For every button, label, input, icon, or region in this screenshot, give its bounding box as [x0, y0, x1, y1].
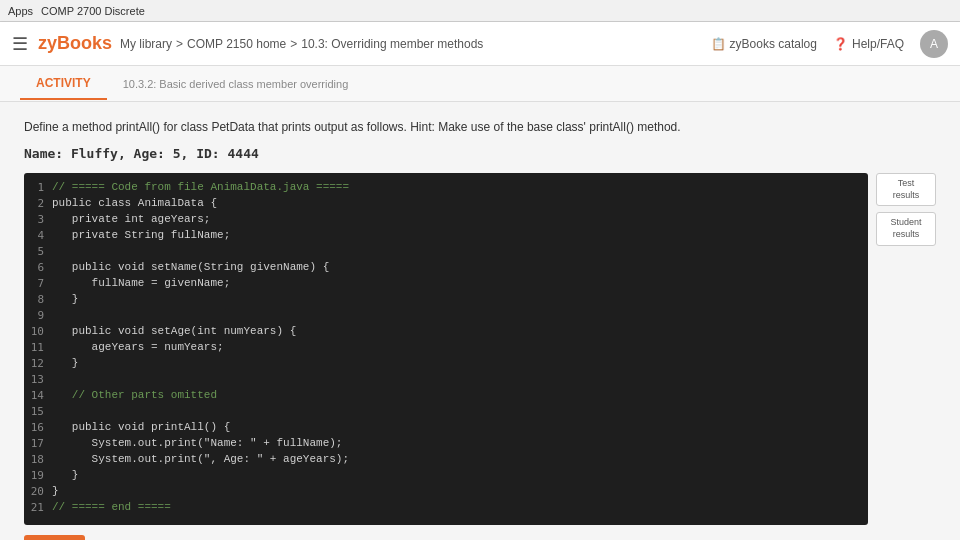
line-code: // ===== end ===== — [52, 501, 171, 513]
breadcrumb-separator-1: > — [176, 37, 183, 51]
catalog-label: zyBooks catalog — [730, 37, 817, 51]
line-number: 11 — [24, 341, 52, 354]
line-number: 6 — [24, 261, 52, 274]
help-label: Help/FAQ — [852, 37, 904, 51]
line-number: 17 — [24, 437, 52, 450]
line-number: 16 — [24, 421, 52, 434]
breadcrumb-comp-home[interactable]: COMP 2150 home — [187, 37, 286, 51]
menu-icon[interactable]: ☰ — [12, 33, 28, 55]
code-line: 16 public void printAll() { — [24, 421, 868, 437]
line-number: 14 — [24, 389, 52, 402]
line-code: public class AnimalData { — [52, 197, 217, 209]
line-number: 18 — [24, 453, 52, 466]
line-code: // Other parts omitted — [52, 389, 217, 401]
breadcrumb-separator-2: > — [290, 37, 297, 51]
code-line: 5 — [24, 245, 868, 261]
line-number: 9 — [24, 309, 52, 322]
code-line: 1// ===== Code from file AnimalData.java… — [24, 181, 868, 197]
zybooks-logo: zyBooks — [38, 33, 112, 54]
line-number: 5 — [24, 245, 52, 258]
catalog-icon: 📋 — [711, 37, 726, 51]
line-number: 10 — [24, 325, 52, 338]
line-code: public void setAge(int numYears) { — [52, 325, 296, 337]
line-number: 1 — [24, 181, 52, 194]
line-number: 12 — [24, 357, 52, 370]
line-number: 21 — [24, 501, 52, 514]
code-line: 21// ===== end ===== — [24, 501, 868, 517]
code-line: 6 public void setName(String givenName) … — [24, 261, 868, 277]
code-line: 4 private String fullName; — [24, 229, 868, 245]
line-code: private String fullName; — [52, 229, 230, 241]
line-code: ageYears = numYears; — [52, 341, 224, 353]
line-number: 19 — [24, 469, 52, 482]
line-number: 4 — [24, 229, 52, 242]
code-line: 8 } — [24, 293, 868, 309]
line-number: 2 — [24, 197, 52, 210]
code-line: 14 // Other parts omitted — [24, 389, 868, 405]
activity-tab[interactable]: ACTIVITY — [20, 68, 107, 100]
line-number: 15 — [24, 405, 52, 418]
line-code: } — [52, 293, 78, 305]
line-code: System.out.print("Name: " + fullName); — [52, 437, 342, 449]
line-code: } — [52, 469, 78, 481]
header-right: 📋 zyBooks catalog ❓ Help/FAQ A — [711, 30, 948, 58]
code-line: 10 public void setAge(int numYears) { — [24, 325, 868, 341]
help-button[interactable]: ❓ Help/FAQ — [833, 37, 904, 51]
code-line: 15 — [24, 405, 868, 421]
code-line: 18 System.out.print(", Age: " + ageYears… — [24, 453, 868, 469]
line-number: 7 — [24, 277, 52, 290]
instruction-text: Define a method printAll() for class Pet… — [24, 118, 936, 136]
student-results-button[interactable]: Studentresults — [876, 212, 936, 245]
code-line: 17 System.out.print("Name: " + fullName)… — [24, 437, 868, 453]
line-number: 8 — [24, 293, 52, 306]
code-line: 3 private int ageYears; — [24, 213, 868, 229]
line-code: // ===== Code from file AnimalData.java … — [52, 181, 349, 193]
line-code: System.out.print(", Age: " + ageYears); — [52, 453, 349, 465]
line-number: 13 — [24, 373, 52, 386]
test-results-button[interactable]: Testresults — [876, 173, 936, 206]
line-code: public void setName(String givenName) { — [52, 261, 329, 273]
activity-bar: ACTIVITY 10.3.2: Basic derived class mem… — [0, 66, 960, 102]
help-icon: ❓ — [833, 37, 848, 51]
section-label: 10.3.2: Basic derived class member overr… — [123, 70, 349, 98]
code-editor[interactable]: 1// ===== Code from file AnimalData.java… — [24, 173, 868, 525]
zybooks-catalog-button[interactable]: 📋 zyBooks catalog — [711, 37, 817, 51]
line-number: 3 — [24, 213, 52, 226]
code-lines-container: 1// ===== Code from file AnimalData.java… — [24, 181, 868, 517]
line-code: } — [52, 485, 59, 497]
code-line: 12 } — [24, 357, 868, 373]
user-avatar[interactable]: A — [920, 30, 948, 58]
code-area-wrapper: 1// ===== Code from file AnimalData.java… — [24, 173, 936, 525]
breadcrumb-my-library[interactable]: My library — [120, 37, 172, 51]
line-code: private int ageYears; — [52, 213, 210, 225]
line-code: public void printAll() { — [52, 421, 230, 433]
run-button[interactable]: Run — [24, 535, 85, 540]
output-display: Name: Fluffy, Age: 5, ID: 4444 — [24, 146, 936, 161]
run-section: Run Feedback? — [24, 535, 936, 540]
browser-tab-bar: Apps COMP 2700 Discrete — [0, 0, 960, 22]
code-line: 7 fullName = givenName; — [24, 277, 868, 293]
tab-title[interactable]: COMP 2700 Discrete — [41, 5, 145, 17]
code-line: 11 ageYears = numYears; — [24, 341, 868, 357]
code-line: 13 — [24, 373, 868, 389]
app-header: ☰ zyBooks My library > COMP 2150 home > … — [0, 22, 960, 66]
code-line: 2public class AnimalData { — [24, 197, 868, 213]
side-buttons: Testresults Studentresults — [876, 173, 936, 525]
code-line: 9 — [24, 309, 868, 325]
breadcrumb-section: 10.3: Overriding member methods — [301, 37, 483, 51]
code-line: 20} — [24, 485, 868, 501]
apps-label: Apps — [8, 5, 33, 17]
line-code: fullName = givenName; — [52, 277, 230, 289]
line-number: 20 — [24, 485, 52, 498]
main-content: Define a method printAll() for class Pet… — [0, 102, 960, 540]
line-code: } — [52, 357, 78, 369]
code-line: 19 } — [24, 469, 868, 485]
breadcrumb: My library > COMP 2150 home > 10.3: Over… — [120, 37, 483, 51]
